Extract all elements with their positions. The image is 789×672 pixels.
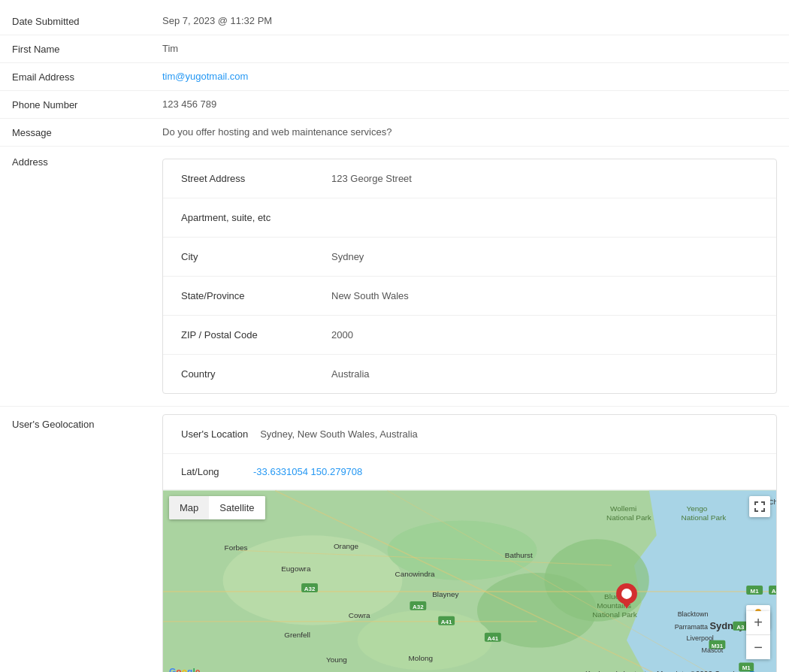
phone-label: Phone Number [12, 98, 162, 110]
first-name-value: Tim [162, 43, 777, 54]
geolocation-section: User's Geolocation User's Location Sydne… [0, 407, 789, 672]
map-expand-button[interactable] [749, 496, 770, 517]
zoom-in-button[interactable]: + [746, 611, 770, 635]
message-row: Message Do you offer hosting and web mai… [0, 119, 789, 147]
map-container[interactable]: A32 A32 A41 A41 M31 M1 Forbes Eugowra Or… [163, 490, 776, 672]
map-zoom-controls: + − [746, 611, 770, 659]
svg-text:A41: A41 [441, 619, 452, 625]
svg-text:Canowindra: Canowindra [394, 570, 435, 578]
state-label: State/Province [181, 290, 331, 301]
message-value: Do you offer hosting and web maintenance… [162, 126, 777, 138]
email-value[interactable]: tim@yugotmail.com [162, 71, 777, 82]
svg-text:Grenfell: Grenfell [284, 631, 310, 639]
svg-rect-63 [763, 508, 765, 512]
svg-text:Cowra: Cowra [349, 611, 370, 619]
svg-text:M1: M1 [751, 588, 760, 595]
svg-text:A3: A3 [736, 624, 745, 631]
message-label: Message [12, 126, 162, 138]
svg-rect-57 [754, 501, 756, 505]
svg-text:A41: A41 [488, 635, 499, 642]
date-submitted-label: Date Submitted [12, 15, 162, 27]
latlong-label: Lat/Long [181, 466, 241, 477]
expand-icon [754, 501, 766, 513]
country-label: Country [181, 368, 331, 380]
first-name-label: First Name [12, 43, 162, 55]
satellite-button[interactable]: Satellite [209, 496, 265, 519]
phone-value: 123 456 789 [162, 98, 777, 110]
svg-text:A32: A32 [304, 586, 316, 592]
svg-rect-59 [763, 501, 765, 505]
svg-text:A43: A43 [772, 588, 776, 595]
street-value: 123 George Street [331, 173, 412, 184]
email-label: Email Address [12, 71, 162, 83]
latlong-value[interactable]: -33.6331054 150.279708 [253, 466, 362, 477]
city-row: City Sydney [163, 238, 776, 277]
svg-text:National Park: National Park [592, 610, 637, 619]
svg-text:Liverpool: Liverpool [687, 634, 714, 642]
country-value: Australia [331, 368, 370, 380]
zip-row: ZIP / Postal Code 2000 [163, 316, 776, 355]
phone-row: Phone Number 123 456 789 [0, 91, 789, 119]
zip-label: ZIP / Postal Code [181, 329, 331, 341]
street-address-row: Street Address 123 George Street [163, 159, 776, 198]
geolocation-content: User's Location Sydney, New South Wales,… [162, 414, 777, 672]
svg-text:National Park: National Park [682, 513, 727, 522]
google-logo: Google [169, 667, 200, 672]
user-location-value: Sydney, New South Wales, Australia [260, 428, 418, 440]
user-location-label: User's Location [181, 428, 248, 440]
svg-text:Young: Young [326, 656, 347, 664]
map-button[interactable]: Map [169, 496, 209, 519]
svg-text:Eugowra: Eugowra [281, 565, 311, 573]
country-row: Country Australia [163, 355, 776, 393]
zoom-out-button[interactable]: − [746, 635, 770, 659]
svg-text:Yengo: Yengo [687, 504, 708, 513]
svg-text:Orange: Orange [334, 542, 359, 550]
svg-text:Forbes: Forbes [225, 543, 248, 552]
geolocation-label: User's Geolocation [12, 414, 162, 430]
svg-text:National Park: National Park [606, 513, 651, 522]
state-row: State/Province New South Wales [163, 277, 776, 316]
first-name-row: First Name Tim [0, 35, 789, 63]
city-value: Sydney [331, 251, 364, 262]
svg-text:Blacktown: Blacktown [678, 610, 709, 618]
svg-point-2 [223, 535, 403, 625]
svg-text:Blayney: Blayney [432, 590, 458, 598]
svg-text:Mascot: Mascot [701, 646, 723, 654]
apt-row: Apartment, suite, etc [163, 198, 776, 238]
city-label: City [181, 251, 331, 262]
svg-text:Molong: Molong [408, 655, 433, 663]
svg-text:Parramatta: Parramatta [675, 623, 708, 631]
page-wrapper: Date Submitted Sep 7, 2023 @ 11:32 PM Fi… [0, 0, 789, 672]
user-location-row: User's Location Sydney, New South Wales,… [163, 415, 776, 454]
svg-point-54 [621, 589, 632, 599]
date-submitted-row: Date Submitted Sep 7, 2023 @ 11:32 PM [0, 8, 789, 35]
date-submitted-value: Sep 7, 2023 @ 11:32 PM [162, 15, 777, 26]
email-row: Email Address tim@yugotmail.com [0, 63, 789, 91]
svg-text:A32: A32 [413, 604, 424, 610]
map-controls: Map Satellite [169, 496, 265, 519]
zip-value: 2000 [331, 329, 353, 341]
address-card: Street Address 123 George Street Apartme… [162, 159, 777, 394]
svg-text:Wollemi: Wollemi [610, 504, 636, 513]
svg-text:Bathurst: Bathurst [505, 551, 533, 559]
address-label: Address [12, 156, 162, 168]
street-label: Street Address [181, 173, 331, 184]
address-row: Address Street Address 123 George Street… [0, 147, 789, 407]
latlong-row: Lat/Long -33.6331054 150.279708 [163, 454, 776, 490]
apt-label: Apartment, suite, etc [181, 212, 331, 223]
state-value: New South Wales [331, 290, 409, 301]
svg-rect-61 [754, 508, 756, 512]
